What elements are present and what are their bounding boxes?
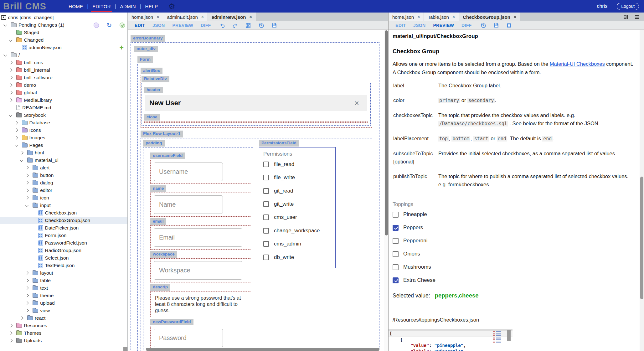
- tree-item[interactable]: Resources ↻ +: [0, 322, 127, 329]
- history-icon[interactable]: [480, 23, 486, 28]
- commit-check-icon[interactable]: [120, 23, 125, 28]
- tree-item[interactable]: table ↻ +: [0, 277, 127, 284]
- close-tab-icon[interactable]: ×: [514, 14, 516, 19]
- topping-checkbox-row[interactable]: Pepperoni: [393, 234, 635, 247]
- tree-item[interactable]: MediaLibrary ↻ +: [0, 96, 127, 104]
- tree-item[interactable]: Icons ↻ +: [0, 126, 127, 134]
- chevron-icon[interactable]: [26, 309, 33, 312]
- vertical-scrollbar-track[interactable]: [384, 30, 388, 351]
- undo-icon[interactable]: [219, 23, 225, 28]
- topping-checkbox-row[interactable]: Mushrooms: [393, 261, 635, 274]
- tree-item[interactable]: Themes ↻ +: [0, 329, 127, 337]
- component-chip-relativediv[interactable]: RelativeDiv: [142, 76, 169, 82]
- tree-item[interactable]: demo ↻ +: [0, 81, 127, 89]
- chevron-icon[interactable]: [26, 279, 33, 282]
- tab-home-json-right[interactable]: home.json ×: [389, 13, 424, 21]
- checkbox-icon[interactable]: [393, 212, 399, 218]
- tree-item[interactable]: global ↻ +: [0, 89, 127, 96]
- material-ui-checkboxes-link[interactable]: Material-UI Checkboxes: [550, 61, 605, 67]
- chevron-icon[interactable]: [26, 197, 33, 199]
- form-field-input[interactable]: [154, 329, 223, 347]
- tree-item[interactable]: adminNew.json ↻ +: [0, 44, 127, 51]
- chevron-icon[interactable]: [26, 205, 33, 206]
- checkbox-icon[interactable]: [393, 238, 399, 244]
- chevron-icon[interactable]: [26, 189, 33, 192]
- stage-plus-icon[interactable]: +: [120, 44, 124, 51]
- tree-item[interactable]: alert ↻ +: [0, 164, 127, 172]
- split-view-icon[interactable]: [623, 14, 629, 20]
- redo-icon[interactable]: [232, 23, 238, 28]
- mode-preview[interactable]: PREVIEW: [168, 23, 197, 28]
- close-tab-icon[interactable]: ×: [249, 14, 252, 19]
- tree-item[interactable]: upload ↻ +: [0, 299, 127, 307]
- tree-item[interactable]: input ↻ +: [0, 202, 127, 209]
- permission-checkbox-row[interactable]: git_write: [263, 198, 333, 211]
- chevron-icon[interactable]: [26, 272, 33, 274]
- checkbox-icon[interactable]: [393, 264, 399, 270]
- tree-item[interactable]: view ↻ +: [0, 307, 127, 314]
- tab-adminnew-json[interactable]: adminNew.json ×: [208, 13, 256, 21]
- vertical-scrollbar-track[interactable]: [640, 30, 644, 351]
- nav-home[interactable]: HOME: [64, 0, 87, 13]
- topping-checkbox-row[interactable]: Extra Cheese: [393, 274, 635, 287]
- component-chip-field[interactable]: usernameField: [150, 152, 185, 159]
- form-field-input[interactable]: [154, 163, 223, 181]
- component-chip-alertbox[interactable]: alertBox: [141, 68, 162, 74]
- close-tab-icon[interactable]: ×: [417, 14, 420, 19]
- tab-table-json[interactable]: Table.json ×: [424, 13, 459, 21]
- chevron-icon[interactable]: [26, 174, 33, 177]
- checkbox-icon[interactable]: [263, 241, 269, 247]
- tree-item[interactable]: TextField.json ↻ +: [0, 262, 127, 269]
- checkbox-icon[interactable]: [263, 188, 269, 194]
- chevron-icon[interactable]: [26, 302, 33, 304]
- component-chip-close[interactable]: close: [144, 114, 160, 121]
- unstage-minus-icon[interactable]: [94, 23, 99, 28]
- mode-json[interactable]: JSON: [410, 23, 429, 28]
- chevron-icon[interactable]: [15, 129, 22, 132]
- vertical-scrollbar-thumb[interactable]: [640, 177, 643, 299]
- nav-editor[interactable]: EDITOR: [88, 0, 115, 13]
- refresh-icon[interactable]: ↻: [107, 23, 112, 28]
- permission-checkbox-row[interactable]: change_workspace: [263, 224, 333, 237]
- tree-item[interactable]: editor ↻ +: [0, 187, 127, 194]
- tree-item[interactable]: theme ↻ +: [0, 292, 127, 299]
- component-chip-padding[interactable]: padding: [143, 140, 165, 147]
- chevron-icon[interactable]: [26, 182, 33, 184]
- checkbox-icon[interactable]: [263, 201, 269, 207]
- tab-checkboxgroup-json[interactable]: CheckboxGroup.json ×: [459, 13, 520, 21]
- chevron-icon[interactable]: [15, 121, 22, 124]
- tree-item[interactable]: brill_cms ↻ +: [0, 59, 127, 66]
- history-icon[interactable]: [258, 23, 264, 28]
- permission-checkbox-row[interactable]: cms_admin: [263, 237, 333, 250]
- form-field-input[interactable]: [154, 195, 223, 214]
- checkbox-icon[interactable]: [393, 251, 399, 257]
- close-tab-icon[interactable]: ×: [201, 14, 204, 19]
- tree-item[interactable]: Uploads ↻ +: [0, 337, 127, 344]
- checkbox-icon[interactable]: [263, 255, 269, 260]
- permission-checkbox-row[interactable]: git_read: [263, 184, 333, 197]
- chevron-icon[interactable]: [20, 317, 27, 319]
- chevron-icon[interactable]: [20, 160, 27, 161]
- tree-item[interactable]: Checkbox.json ↻ +: [0, 209, 127, 217]
- checkbox-icon[interactable]: [393, 225, 399, 231]
- chevron-icon[interactable]: [9, 39, 16, 41]
- component-chip-flexrow[interactable]: Flex Row Layout-1: [141, 131, 183, 137]
- tree-item[interactable]: material_ui ↻ +: [0, 157, 127, 164]
- tree-item[interactable]: Storybook ↻ +: [0, 111, 127, 119]
- close-tab-icon[interactable]: ×: [452, 14, 455, 19]
- form-field-input[interactable]: [154, 228, 242, 247]
- chevron-icon[interactable]: [20, 152, 27, 154]
- tree-item[interactable]: brill_internal ↻ +: [0, 66, 127, 74]
- topping-checkbox-row[interactable]: Pineapple: [393, 208, 635, 221]
- component-chip-field[interactable]: descrip: [150, 284, 170, 291]
- topping-checkbox-row[interactable]: Peppers: [393, 221, 635, 234]
- checkbox-icon[interactable]: [263, 162, 269, 167]
- chevron-icon[interactable]: [4, 54, 11, 56]
- checkbox-icon[interactable]: [263, 228, 269, 234]
- form-list-icon[interactable]: [506, 23, 512, 28]
- mode-diff[interactable]: DIFF: [458, 23, 475, 28]
- checkbox-icon[interactable]: [263, 214, 269, 220]
- permission-checkbox-row[interactable]: db_write: [263, 250, 333, 264]
- chevron-icon[interactable]: [9, 69, 16, 71]
- hide-grid-icon[interactable]: [245, 23, 251, 28]
